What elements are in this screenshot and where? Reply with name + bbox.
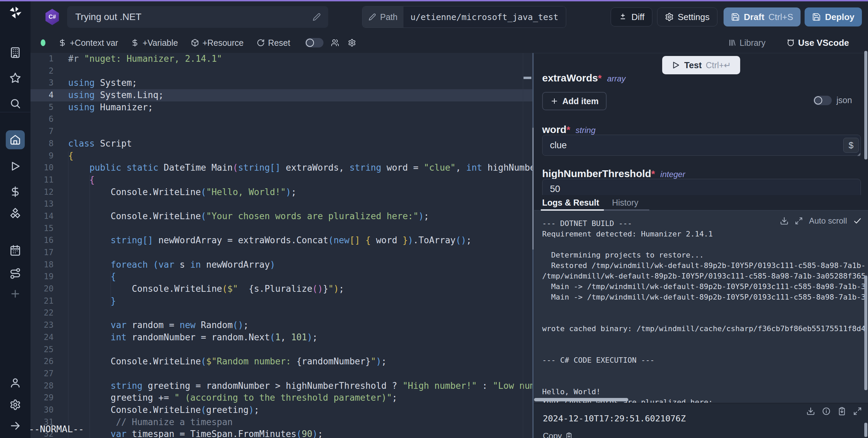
code-line-26[interactable]: 26 Console.WriteLine($"Random number: {r… [31, 356, 532, 368]
clipboard-icon [565, 432, 573, 438]
code-line-21[interactable]: 21 } [31, 295, 532, 307]
path-value: u/etienne/microsoft_java_test [403, 6, 565, 27]
add-variable-button[interactable]: +Variable [131, 38, 178, 48]
vim-mode-status: --NORMAL-- [29, 424, 84, 434]
sidebar-item-dollar[interactable] [9, 186, 21, 197]
sidebar-item-building[interactable] [9, 47, 21, 58]
code-line-28[interactable]: 28 string greeting = randomNumber > high… [31, 380, 532, 392]
users-icon [331, 39, 339, 47]
edit-path-pencil-icon [369, 13, 376, 21]
code-editor[interactable]: 1#r "nuget: Humanizer, 2.14.1"23using Sy… [31, 53, 532, 438]
sidebar-item-plus[interactable] [9, 288, 21, 300]
code-line-20[interactable]: 20 Console.WriteLine($" {s.Pluralize()}"… [31, 283, 532, 295]
test-button[interactable]: Test Ctrl+↵ [662, 56, 740, 74]
code-line-17[interactable]: 17 [31, 247, 532, 259]
resize-handle[interactable] [856, 152, 861, 156]
editor-settings-button[interactable] [348, 39, 356, 47]
sidebar-item-arrow-right[interactable] [9, 420, 21, 432]
sidebar-item-route[interactable] [9, 268, 21, 279]
code-line-23[interactable]: 23 var random = new Random(); [31, 319, 532, 331]
code-line-19[interactable]: 19 { [31, 271, 532, 283]
code-line-27[interactable]: 27 [31, 368, 532, 380]
word-input[interactable] [542, 135, 861, 156]
tab-history[interactable]: History [612, 198, 638, 208]
code-line-5[interactable]: 5using Humanizer; [31, 101, 532, 114]
code-line-15[interactable]: 15 [31, 223, 532, 235]
gear-icon [348, 39, 356, 47]
deploy-button[interactable]: Deploy [805, 7, 862, 26]
log-text: --- DOTNET BUILD --- Requirement detecte… [542, 218, 866, 403]
route-icon [9, 268, 21, 279]
code-line-25[interactable]: 25 [31, 344, 532, 356]
args-scrollbar[interactable] [864, 51, 867, 159]
add-item-button[interactable]: Add item [542, 92, 607, 110]
user-icon [9, 377, 21, 388]
code-line-13[interactable]: 13 [31, 198, 532, 210]
code-line-32[interactable]: 32 var timespan = TimeSpan.FromMinutes(9… [31, 428, 532, 438]
arg-name: extraWords [542, 72, 598, 84]
script-path-field[interactable]: Path u/etienne/microsoft_java_test [362, 6, 566, 28]
sidebar-item-calendar[interactable] [9, 245, 21, 256]
sidebar-item-user[interactable] [9, 377, 21, 388]
insert-variable-button[interactable]: $ [843, 138, 859, 153]
edit-title-pencil-icon[interactable] [313, 13, 321, 21]
copy-button[interactable]: Copy [543, 431, 573, 438]
panel-splitter[interactable] [532, 53, 534, 438]
add-context-var-button[interactable]: +Context var [58, 38, 118, 48]
multiplayer-button[interactable] [331, 39, 339, 47]
script-title-input[interactable]: Trying out .NET [67, 6, 328, 28]
log-scrollbar[interactable] [864, 275, 867, 390]
windmill-logo-icon[interactable] [8, 5, 23, 20]
autoscroll-check-icon[interactable] [853, 216, 862, 225]
arg-threshold-label: highNumberThreshold * integer [542, 168, 685, 179]
code-line-29[interactable]: 29 greeting += " (according to the thres… [31, 392, 532, 404]
code-line-22[interactable]: 22 [31, 307, 532, 319]
code-line-14[interactable]: 14 Console.WriteLine("Your chosen words … [31, 210, 532, 223]
code-line-16[interactable]: 16 string[] newWordArray = extraWords.Co… [31, 234, 532, 247]
code-line-4[interactable]: 4using System.Linq; [31, 89, 532, 101]
code-line-30[interactable]: 30 Console.WriteLine(greeting); [31, 404, 532, 416]
json-toggle[interactable] [813, 96, 832, 105]
sidebar-item-home[interactable] [6, 130, 25, 149]
sidebar-item-gear[interactable] [9, 399, 21, 411]
vscode-icon [787, 39, 795, 47]
copy-result-icon[interactable] [837, 407, 846, 416]
expand-logs-icon[interactable] [795, 217, 803, 225]
toggle-knob [814, 96, 822, 104]
code-line-24[interactable]: 24 int randomNumber = random.Next(1, 101… [31, 331, 532, 344]
code-line-1[interactable]: 1#r "nuget: Humanizer, 2.14.1" [31, 53, 532, 65]
code-line-11[interactable]: 11 { [31, 174, 532, 186]
info-icon[interactable] [822, 407, 831, 416]
expand-result-icon[interactable] [853, 407, 862, 416]
tab-logs-result[interactable]: Logs & Result [542, 198, 599, 208]
sidebar-item-star[interactable] [9, 72, 21, 84]
assistant-toggle[interactable] [305, 38, 323, 47]
calendar-icon [9, 245, 21, 256]
code-line-18[interactable]: 18 foreach (var s in newWordArray) [31, 259, 532, 271]
code-line-3[interactable]: 3using System; [31, 77, 532, 89]
download-result-icon[interactable] [806, 407, 815, 416]
draft-button[interactable]: Draft Ctrl+S [724, 7, 801, 26]
code-line-6[interactable]: 6 [31, 113, 532, 126]
code-line-7[interactable]: 7 [31, 126, 532, 138]
code-line-10[interactable]: 10 public static DateTime Main(string[] … [31, 162, 532, 174]
diff-button[interactable]: Diff [611, 7, 652, 26]
code-line-8[interactable]: 8class Script [31, 138, 532, 150]
settings-button[interactable]: Settings [657, 7, 717, 26]
sidebar-item-boxes[interactable] [9, 208, 21, 220]
log-horizontal-scrollbar[interactable] [534, 398, 628, 401]
result-scrollbar[interactable] [864, 423, 867, 437]
download-logs-icon[interactable] [780, 216, 789, 225]
save-icon [731, 13, 740, 21]
use-vscode-button[interactable]: Use VScode [787, 38, 849, 48]
code-line-12[interactable]: 12 Console.WriteLine("Hello, World!"); [31, 186, 532, 198]
code-line-31[interactable]: 31 // Humanize a timespan [31, 416, 532, 429]
code-line-9[interactable]: 9{ [31, 150, 532, 162]
add-item-label: Add item [563, 96, 599, 106]
sidebar-item-play[interactable] [9, 160, 21, 172]
code-line-2[interactable]: 2 [31, 65, 532, 77]
reset-button[interactable]: Reset [257, 38, 290, 48]
library-button[interactable]: Library [728, 38, 765, 48]
add-resource-button[interactable]: +Resource [191, 38, 244, 48]
sidebar-item-search[interactable] [9, 98, 21, 109]
